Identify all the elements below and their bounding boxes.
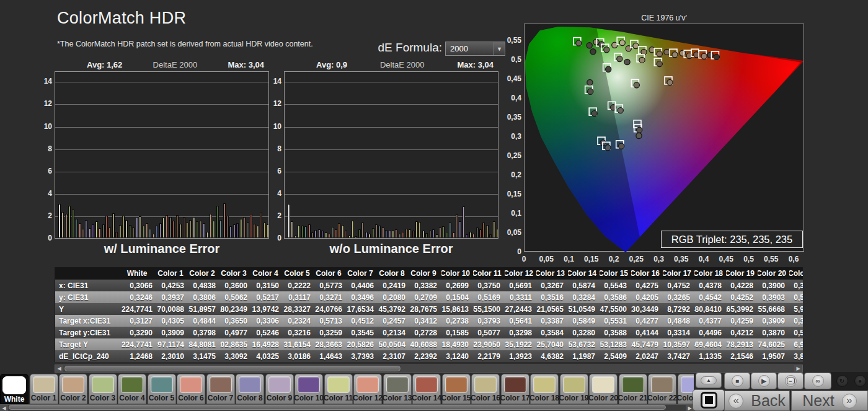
table-row-label: y: CIE31 xyxy=(55,291,122,303)
de-bar xyxy=(469,232,472,237)
patch-tab-color-19[interactable]: Color 19 xyxy=(560,374,588,404)
de-bar xyxy=(75,219,78,237)
table-row-label: dE_ICtCp_240 xyxy=(55,350,122,362)
patch-tab-label: Color 12 xyxy=(353,394,383,402)
de-bar xyxy=(183,217,185,237)
patch-tab-color-9[interactable]: Color 9 xyxy=(265,374,294,404)
patch-swatch xyxy=(651,376,673,393)
table-cell: 18,4930 xyxy=(441,338,473,350)
stop-pattern-button[interactable] xyxy=(693,389,725,411)
patch-swatch xyxy=(210,376,232,393)
y-axis-tick-label: 0 xyxy=(265,234,281,242)
tabs-scrollbar-thumb[interactable] xyxy=(9,405,666,410)
table-cell: 0,3306 xyxy=(252,315,283,327)
de-bar xyxy=(143,226,145,237)
scroll-right-icon[interactable]: ▶ xyxy=(794,365,802,372)
de-bar xyxy=(493,221,495,237)
tabs-scrollbar[interactable]: ◀ ▶ xyxy=(0,404,694,411)
table-cell: 397,1174 xyxy=(157,338,188,350)
table-cell: 202,8635 xyxy=(220,338,252,350)
table-cell: 0,4542 xyxy=(694,291,726,303)
table-cell: 0,3650 xyxy=(220,315,252,327)
measured-point-marker xyxy=(636,133,642,138)
table-cell: 25,7040 xyxy=(536,338,568,350)
scroll-left-icon[interactable]: ◀ xyxy=(55,365,63,372)
chart-max-label: Max: 3,04 xyxy=(228,60,264,70)
de-bar xyxy=(260,213,262,237)
patch-tab-color-6[interactable]: Color 6 xyxy=(177,374,205,404)
patch-tab-color-16[interactable]: Color 16 xyxy=(471,374,500,404)
de-bar xyxy=(243,217,246,237)
table-scrollbar-thumb[interactable] xyxy=(64,366,401,371)
loop-button[interactable]: ∞ xyxy=(804,373,831,389)
de-bar xyxy=(129,225,131,237)
patch-tab-color-22[interactable]: Color 22 xyxy=(648,374,676,404)
table-column-header: Color 21 xyxy=(789,267,803,280)
patch-tab-color-21[interactable]: Color 21 xyxy=(619,374,647,404)
table-column-header: Color 6 xyxy=(315,267,347,280)
y-axis-tick-label: 0 xyxy=(36,234,52,242)
tabs-scrollbar-track[interactable] xyxy=(8,405,686,411)
de-bar xyxy=(61,212,64,237)
patch-tab-color-10[interactable]: Color 10 xyxy=(294,374,323,404)
patch-tab-color-18[interactable]: Color 18 xyxy=(530,374,559,404)
measured-point-marker xyxy=(606,66,611,72)
de-bar xyxy=(79,223,81,238)
table-cell: 165,3992 xyxy=(726,303,758,315)
table-column-header: Color 12 xyxy=(505,267,536,280)
chart-max-label: Max: 3,04 xyxy=(457,60,494,70)
y-axis-tick-label: 2 xyxy=(36,211,52,220)
page-title: ColorMatch HDR xyxy=(57,9,186,28)
patch-tab-color-3[interactable]: Color 3 xyxy=(89,374,117,404)
table-cell: 0,2709 xyxy=(410,291,441,303)
y-axis-tick-label: 14 xyxy=(36,77,52,86)
patch-tab-color-1[interactable]: Color 1 xyxy=(30,374,58,404)
table-scrollbar-track[interactable] xyxy=(63,365,794,372)
patch-tab-label: Color 17 xyxy=(500,394,530,402)
de-bar xyxy=(311,232,314,237)
patch-tab-color-12[interactable]: Color 12 xyxy=(353,374,382,404)
de-bar xyxy=(149,229,151,237)
play-button[interactable]: ▶ xyxy=(751,373,777,389)
patch-tab-color-23[interactable]: Color 23 xyxy=(678,374,694,404)
patch-tab-color-8[interactable]: Color 8 xyxy=(236,374,264,404)
next-button[interactable]: Next » xyxy=(791,391,868,411)
cie-y-tick-label: 0,25 xyxy=(499,151,521,160)
patch-tab-color-5[interactable]: Color 5 xyxy=(148,374,176,404)
measured-point-marker xyxy=(587,79,593,85)
y-axis-tick-label: 6 xyxy=(36,167,52,175)
patch-tab-color-17[interactable]: Color 17 xyxy=(501,374,529,404)
chart-formula-label: DeltaE 2000 xyxy=(122,60,228,70)
table-cell: 0,3806 xyxy=(188,291,220,303)
expand-panel-button[interactable]: ▲ xyxy=(696,373,722,388)
patch-tab-color-14[interactable]: Color 14 xyxy=(412,374,441,404)
de-bar xyxy=(489,234,492,237)
measured-point-marker xyxy=(667,79,673,85)
patch-tab-label: Color 20 xyxy=(588,394,618,402)
patch-tab-color-2[interactable]: Color 2 xyxy=(59,374,87,404)
stop-button[interactable]: ■ xyxy=(724,373,750,389)
patch-tab-white[interactable]: White xyxy=(0,374,29,404)
patch-tab-color-20[interactable]: Color 20 xyxy=(589,374,618,404)
patch-tab-color-4[interactable]: Color 4 xyxy=(118,374,146,404)
de-formula-dropdown[interactable]: 2000 ▼ xyxy=(445,42,505,56)
back-button[interactable]: « Back xyxy=(724,391,790,411)
tabs-scroll-left-icon[interactable]: ◀ xyxy=(0,405,8,411)
gridline xyxy=(285,216,498,217)
pattern-size-button[interactable]: − xyxy=(777,373,804,389)
patch-tab-color-11[interactable]: Color 11 xyxy=(324,374,353,404)
table-horizontal-scrollbar[interactable]: ◀ ▶ xyxy=(55,365,803,373)
rgb-triplet-readout: RGB Triplet: 235, 235, 235 xyxy=(661,231,803,248)
gridline xyxy=(285,82,498,82)
patch-tab-color-13[interactable]: Color 13 xyxy=(383,374,412,404)
de-bar xyxy=(298,225,300,237)
table-cell: 0,3298 xyxy=(505,327,536,338)
table-cell: 255,6668 xyxy=(758,303,789,315)
patch-tab-color-15[interactable]: Color 15 xyxy=(442,374,471,404)
table-cell: 230,3449 xyxy=(631,303,663,315)
patch-tab-color-7[interactable]: Color 7 xyxy=(206,374,235,404)
patch-swatch xyxy=(2,376,26,394)
patch-tab-label: Color 22 xyxy=(647,394,677,402)
table-cell: 21,0565 xyxy=(536,303,568,315)
patch-tab-label: Color 2 xyxy=(60,394,86,402)
